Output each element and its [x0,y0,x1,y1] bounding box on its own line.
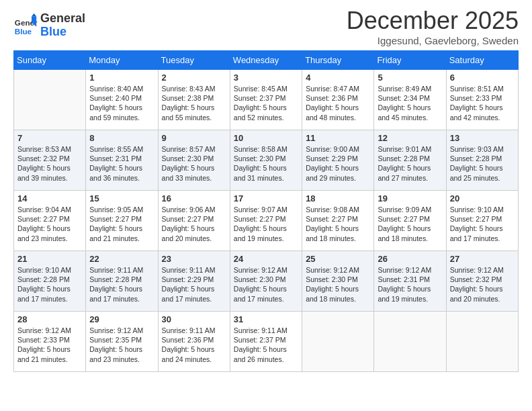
title-block: December 2025 Iggesund, Gaevleborg, Swed… [347,7,519,46]
day-info: Sunrise: 9:12 AM Sunset: 2:35 PM Dayligh… [89,326,154,364]
day-info: Sunrise: 9:12 AM Sunset: 2:32 PM Dayligh… [450,265,515,304]
calendar-cell: 20Sunrise: 9:10 AM Sunset: 2:27 PM Dayli… [446,191,518,251]
calendar-cell: 27Sunrise: 9:12 AM Sunset: 2:32 PM Dayli… [446,251,518,312]
day-info: Sunrise: 8:40 AM Sunset: 2:40 PM Dayligh… [89,84,154,122]
calendar-table: SundayMondayTuesdayWednesdayThursdayFrid… [13,50,519,372]
calendar-cell [302,312,374,372]
day-number: 13 [450,133,515,143]
calendar-cell: 2Sunrise: 8:43 AM Sunset: 2:38 PM Daylig… [158,70,230,130]
col-header-wednesday: Wednesday [230,51,302,70]
day-info: Sunrise: 9:10 AM Sunset: 2:28 PM Dayligh… [17,265,82,304]
day-info: Sunrise: 9:11 AM Sunset: 2:36 PM Dayligh… [162,326,226,364]
calendar-cell [374,312,446,372]
day-info: Sunrise: 9:11 AM Sunset: 2:28 PM Dayligh… [89,265,154,304]
month-title: December 2025 [347,7,519,35]
day-info: Sunrise: 8:43 AM Sunset: 2:38 PM Dayligh… [162,84,226,122]
svg-text:Blue: Blue [15,26,32,35]
day-number: 4 [306,73,370,83]
calendar-cell: 14Sunrise: 9:04 AM Sunset: 2:27 PM Dayli… [14,191,86,251]
calendar-cell: 16Sunrise: 9:06 AM Sunset: 2:27 PM Dayli… [158,191,230,251]
calendar-week-row: 21Sunrise: 9:10 AM Sunset: 2:28 PM Dayli… [14,251,519,312]
day-info: Sunrise: 8:58 AM Sunset: 2:30 PM Dayligh… [234,144,298,183]
calendar-cell: 8Sunrise: 8:55 AM Sunset: 2:31 PM Daylig… [86,130,158,191]
day-number: 8 [89,133,154,143]
day-number: 29 [89,314,154,324]
calendar-week-row: 28Sunrise: 9:12 AM Sunset: 2:33 PM Dayli… [14,312,519,372]
calendar-cell: 9Sunrise: 8:57 AM Sunset: 2:30 PM Daylig… [158,130,230,191]
col-header-sunday: Sunday [14,51,86,70]
day-info: Sunrise: 9:04 AM Sunset: 2:27 PM Dayligh… [17,205,82,243]
calendar-cell [446,312,518,372]
col-header-monday: Monday [86,51,158,70]
day-number: 6 [450,73,515,83]
day-info: Sunrise: 8:45 AM Sunset: 2:37 PM Dayligh… [234,84,298,122]
calendar-cell: 4Sunrise: 8:47 AM Sunset: 2:36 PM Daylig… [302,70,374,130]
calendar-cell: 15Sunrise: 9:05 AM Sunset: 2:27 PM Dayli… [86,191,158,251]
day-info: Sunrise: 9:08 AM Sunset: 2:27 PM Dayligh… [306,205,370,243]
col-header-tuesday: Tuesday [158,51,230,70]
day-number: 19 [378,193,442,203]
day-number: 1 [89,73,154,83]
day-info: Sunrise: 8:51 AM Sunset: 2:33 PM Dayligh… [450,84,515,122]
day-number: 26 [378,254,442,264]
day-number: 21 [17,254,82,264]
day-info: Sunrise: 8:53 AM Sunset: 2:32 PM Dayligh… [17,144,82,183]
day-number: 18 [306,193,370,203]
calendar-cell: 13Sunrise: 9:03 AM Sunset: 2:28 PM Dayli… [446,130,518,191]
logo: General Blue General Blue [13,12,85,39]
calendar-cell: 11Sunrise: 9:00 AM Sunset: 2:29 PM Dayli… [302,130,374,191]
calendar-cell: 5Sunrise: 8:49 AM Sunset: 2:34 PM Daylig… [374,70,446,130]
day-number: 16 [162,193,226,203]
day-number: 11 [306,133,370,143]
calendar-cell: 3Sunrise: 8:45 AM Sunset: 2:37 PM Daylig… [230,70,302,130]
logo-blue-text: Blue [40,25,66,38]
day-number: 31 [234,314,298,324]
day-info: Sunrise: 9:00 AM Sunset: 2:29 PM Dayligh… [306,144,370,183]
day-number: 17 [234,193,298,203]
day-info: Sunrise: 9:07 AM Sunset: 2:27 PM Dayligh… [234,205,298,243]
day-info: Sunrise: 9:12 AM Sunset: 2:30 PM Dayligh… [306,265,370,304]
day-info: Sunrise: 9:12 AM Sunset: 2:30 PM Dayligh… [234,265,298,304]
calendar-cell: 28Sunrise: 9:12 AM Sunset: 2:33 PM Dayli… [14,312,86,372]
col-header-friday: Friday [374,51,446,70]
calendar-cell: 7Sunrise: 8:53 AM Sunset: 2:32 PM Daylig… [14,130,86,191]
day-number: 10 [234,133,298,143]
svg-marker-3 [32,13,36,17]
calendar-cell: 22Sunrise: 9:11 AM Sunset: 2:28 PM Dayli… [86,251,158,312]
calendar-cell: 10Sunrise: 8:58 AM Sunset: 2:30 PM Dayli… [230,130,302,191]
calendar-cell: 29Sunrise: 9:12 AM Sunset: 2:35 PM Dayli… [86,312,158,372]
day-info: Sunrise: 8:57 AM Sunset: 2:30 PM Dayligh… [162,144,226,183]
day-number: 25 [306,254,370,264]
day-number: 7 [17,133,82,143]
calendar-header-row: SundayMondayTuesdayWednesdayThursdayFrid… [14,51,519,70]
calendar-cell: 12Sunrise: 9:01 AM Sunset: 2:28 PM Dayli… [374,130,446,191]
day-number: 14 [17,193,82,203]
calendar-cell: 18Sunrise: 9:08 AM Sunset: 2:27 PM Dayli… [302,191,374,251]
day-number: 28 [17,314,82,324]
calendar-cell: 23Sunrise: 9:11 AM Sunset: 2:29 PM Dayli… [158,251,230,312]
day-number: 23 [162,254,226,264]
day-number: 5 [378,73,442,83]
day-info: Sunrise: 9:11 AM Sunset: 2:29 PM Dayligh… [162,265,226,304]
calendar-cell: 25Sunrise: 9:12 AM Sunset: 2:30 PM Dayli… [302,251,374,312]
day-number: 24 [234,254,298,264]
day-info: Sunrise: 9:03 AM Sunset: 2:28 PM Dayligh… [450,144,515,183]
day-number: 22 [89,254,154,264]
calendar-week-row: 1Sunrise: 8:40 AM Sunset: 2:40 PM Daylig… [14,70,519,130]
calendar-cell [14,70,86,130]
day-info: Sunrise: 9:01 AM Sunset: 2:28 PM Dayligh… [378,144,442,183]
day-number: 30 [162,314,226,324]
day-info: Sunrise: 9:12 AM Sunset: 2:31 PM Dayligh… [378,265,442,304]
day-info: Sunrise: 8:55 AM Sunset: 2:31 PM Dayligh… [89,144,154,183]
col-header-thursday: Thursday [302,51,374,70]
calendar-cell: 26Sunrise: 9:12 AM Sunset: 2:31 PM Dayli… [374,251,446,312]
col-header-saturday: Saturday [446,51,518,70]
calendar-cell: 30Sunrise: 9:11 AM Sunset: 2:36 PM Dayli… [158,312,230,372]
day-info: Sunrise: 9:12 AM Sunset: 2:33 PM Dayligh… [17,326,82,364]
day-number: 3 [234,73,298,83]
calendar-cell: 6Sunrise: 8:51 AM Sunset: 2:33 PM Daylig… [446,70,518,130]
calendar-cell: 21Sunrise: 9:10 AM Sunset: 2:28 PM Dayli… [14,251,86,312]
calendar-cell: 1Sunrise: 8:40 AM Sunset: 2:40 PM Daylig… [86,70,158,130]
page-header: General Blue General Blue December 2025 … [13,7,519,46]
calendar-cell: 31Sunrise: 9:11 AM Sunset: 2:37 PM Dayli… [230,312,302,372]
